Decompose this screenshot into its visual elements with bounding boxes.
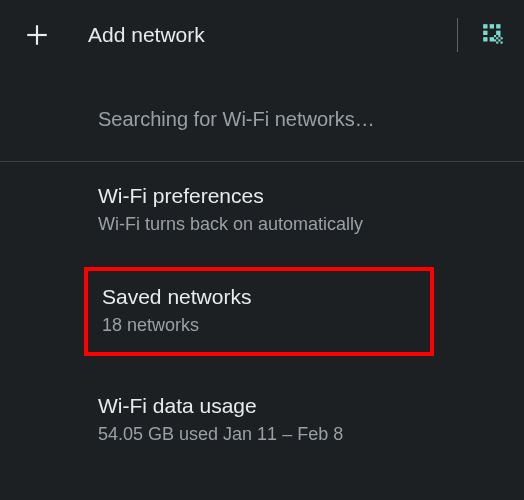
svg-rect-13: [498, 39, 500, 41]
wifi-data-usage-subtitle: 54.05 GB used Jan 11 – Feb 8: [98, 424, 508, 445]
svg-rect-14: [501, 42, 503, 44]
svg-rect-11: [496, 37, 498, 39]
saved-networks-subtitle: 18 networks: [102, 315, 416, 336]
svg-rect-15: [496, 42, 498, 44]
wifi-data-usage-title: Wi-Fi data usage: [98, 394, 508, 418]
wifi-data-usage-item[interactable]: Wi-Fi data usage 54.05 GB used Jan 11 – …: [0, 372, 524, 467]
svg-rect-16: [501, 37, 503, 39]
svg-rect-8: [490, 37, 494, 41]
qr-scan-icon[interactable]: [480, 21, 508, 49]
svg-rect-5: [483, 31, 487, 35]
svg-rect-12: [494, 39, 496, 41]
searching-text: Searching for Wi-Fi networks…: [98, 108, 375, 130]
add-network-row[interactable]: Add network: [0, 0, 524, 70]
svg-rect-9: [494, 35, 496, 37]
wifi-preferences-subtitle: Wi-Fi turns back on automatically: [98, 214, 508, 235]
wifi-preferences-title: Wi-Fi preferences: [98, 184, 508, 208]
svg-rect-4: [496, 24, 500, 28]
svg-rect-7: [483, 37, 487, 41]
searching-row: Searching for Wi-Fi networks…: [0, 70, 524, 161]
saved-networks-item[interactable]: Saved networks 18 networks: [84, 267, 434, 356]
svg-rect-10: [498, 35, 500, 37]
plus-icon: [22, 20, 52, 50]
saved-networks-title: Saved networks: [102, 285, 416, 309]
vertical-divider: [457, 18, 458, 52]
svg-rect-3: [490, 24, 494, 28]
svg-rect-6: [496, 31, 500, 35]
wifi-preferences-item[interactable]: Wi-Fi preferences Wi-Fi turns back on au…: [0, 162, 524, 257]
add-network-label: Add network: [88, 23, 447, 47]
svg-rect-2: [483, 24, 487, 28]
